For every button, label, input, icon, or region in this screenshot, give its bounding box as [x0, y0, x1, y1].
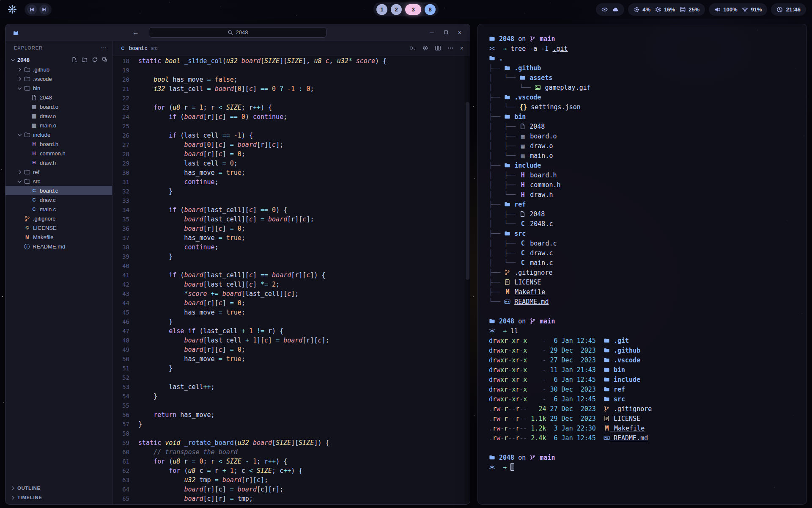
- memory-usage: 16%: [655, 6, 675, 13]
- refresh-explorer-button[interactable]: [92, 57, 98, 63]
- split-editor-button[interactable]: [435, 45, 441, 51]
- more-actions-button[interactable]: [447, 45, 454, 51]
- search-input[interactable]: 2048: [149, 27, 326, 38]
- code-editor[interactable]: 18static bool _slide_col(u32 board[SIZE]…: [112, 55, 470, 504]
- tree-item-ref[interactable]: ref: [5, 167, 112, 177]
- clock-widget[interactable]: 21:46: [771, 3, 806, 16]
- folder-icon: [504, 94, 510, 100]
- workspace-3[interactable]: 3: [405, 4, 421, 15]
- terminal-line: ├── .gitignore: [489, 268, 796, 278]
- close-editor-button[interactable]: ×: [460, 45, 464, 52]
- tree-item-Makefile[interactable]: MMakefile: [5, 232, 112, 242]
- terminal-line: │ └── C 2048.c: [489, 219, 796, 229]
- chevron-right-icon: [10, 494, 16, 501]
- tree-item-.github[interactable]: .github: [5, 65, 112, 74]
- workspace-8[interactable]: 8: [425, 4, 436, 15]
- tree-item-label: draw.c: [40, 197, 56, 203]
- code-line-50: 50 has_move = true;: [112, 354, 470, 364]
- weather-widget[interactable]: [596, 3, 624, 16]
- tree-item-.gitignore[interactable]: .gitignore: [5, 214, 112, 223]
- tree-item-src[interactable]: src: [5, 177, 112, 186]
- nav-back-button[interactable]: ←: [132, 29, 139, 36]
- line-number: 59: [112, 438, 129, 447]
- tree-item-main.o[interactable]: ▦main.o: [5, 121, 112, 130]
- code-line-25: 25: [112, 121, 470, 131]
- new-file-button[interactable]: [71, 57, 77, 63]
- code-text: board[r][c] = board[c][r];: [138, 485, 283, 494]
- editor-body: EXPLORER ··· 2048 .github.vscodebin2048▦…: [5, 41, 470, 504]
- markdown-icon: [504, 298, 510, 305]
- code-line-48: 48 board[last_cell + 1][c] = board[r][c]…: [112, 336, 470, 345]
- topbar-left: [6, 3, 52, 16]
- system-stats[interactable]: 4%16%25%: [628, 3, 705, 16]
- tree-item-LICENSE[interactable]: ©LICENSE: [5, 223, 112, 232]
- code-line-22: 22: [112, 94, 470, 103]
- editor-titlebar: ← → 2048 ─ ×: [5, 24, 470, 41]
- workspace-1[interactable]: 1: [376, 4, 387, 15]
- line-number: 43: [112, 289, 129, 298]
- workspace-switcher: 1238: [373, 3, 439, 17]
- project-root-row[interactable]: 2048: [5, 55, 112, 65]
- outline-panel[interactable]: OUTLINE: [5, 483, 112, 493]
- audio-network[interactable]: 100%91%: [709, 3, 767, 16]
- maximize-button[interactable]: [443, 30, 449, 35]
- terminal-cursor[interactable]: [510, 463, 514, 471]
- terminal-line: 2048 on main: [489, 453, 796, 463]
- minimize-button[interactable]: ─: [430, 29, 434, 36]
- tree-item-.vscode[interactable]: .vscode: [5, 74, 112, 83]
- sidebar-bottom-panels: OUTLINE TIMELINE: [5, 483, 112, 502]
- run-button[interactable]: [409, 45, 416, 51]
- tree-item-board.c[interactable]: Cboard.c: [5, 186, 112, 195]
- tree-item-bin[interactable]: bin: [5, 83, 112, 93]
- media-controls: [25, 3, 52, 16]
- close-button[interactable]: ×: [458, 29, 461, 36]
- chevron-spacer: [23, 197, 30, 203]
- tree-item-common.h[interactable]: Hcommon.h: [5, 149, 112, 158]
- tab-board-c[interactable]: C board.c src: [120, 45, 157, 51]
- chevron-spacer: [16, 243, 23, 250]
- code-line-34: 34 if (board[last_cell][c] == 0) {: [112, 205, 470, 215]
- markdown-icon: [604, 435, 610, 441]
- timeline-panel[interactable]: TIMELINE: [5, 493, 112, 502]
- chevron-down-icon: [10, 57, 16, 63]
- tree-item-2048[interactable]: 2048: [5, 93, 112, 102]
- code-text: }: [138, 420, 142, 429]
- explorer-more-button[interactable]: ···: [101, 45, 107, 50]
- tree-item-board.o[interactable]: ▦board.o: [5, 102, 112, 111]
- code-text: }: [138, 252, 173, 261]
- folder-icon: [604, 396, 610, 402]
- media-next-button[interactable]: [39, 5, 49, 14]
- terminal-line: │ ├── ▦ board.o: [489, 132, 796, 141]
- memory-usage-value: 16%: [664, 6, 675, 13]
- make-file-icon: M: [24, 235, 30, 240]
- wifi-signal-value: 91%: [751, 6, 762, 13]
- code-line-61: 61 for (u8 r = 0; r < SIZE - 1; r++) {: [112, 457, 470, 466]
- tree-item-draw.c[interactable]: Cdraw.c: [5, 195, 112, 204]
- launcher-button[interactable]: [6, 3, 19, 16]
- ll-row: .rw-r--r-- 24 27 Dec 2023 .gitignore: [489, 404, 796, 414]
- folder-icon: [504, 65, 510, 71]
- chevron-spacer: [16, 215, 23, 222]
- workspace-2[interactable]: 2: [391, 4, 402, 15]
- code-line-23: 23 for (u8 r = 1; r < SIZE; r++) {: [112, 103, 470, 112]
- editor-settings-button[interactable]: [422, 45, 428, 51]
- terminal-window[interactable]: 2048 on main → tree -a -I .git .├── .git…: [477, 24, 807, 505]
- terminal-line: ├── src: [489, 229, 796, 239]
- collapse-folders-button[interactable]: [102, 57, 108, 63]
- media-prev-button[interactable]: [27, 5, 37, 14]
- ll-row: drwxr-xr-x - 6 Jan 12:45 include: [489, 375, 796, 385]
- prev-icon: [29, 6, 35, 13]
- tree-item-draw.h[interactable]: Hdraw.h: [5, 158, 112, 167]
- h-file-icon: H: [31, 141, 37, 146]
- tree-item-label: bin: [33, 85, 40, 91]
- tree-item-draw.o[interactable]: ▦draw.o: [5, 111, 112, 121]
- scrollbar-thumb[interactable]: [466, 102, 469, 280]
- chevron-right-icon: [16, 169, 23, 175]
- tree-item-README.md[interactable]: iREADME.md: [5, 242, 112, 251]
- tree-item-board.h[interactable]: Hboard.h: [5, 139, 112, 149]
- new-folder-button[interactable]: [82, 57, 88, 63]
- timeline-panel-label: TIMELINE: [17, 495, 42, 500]
- tree-item-main.c[interactable]: Cmain.c: [5, 204, 112, 214]
- folder-o-icon: [24, 169, 30, 175]
- tree-item-include[interactable]: include: [5, 130, 112, 139]
